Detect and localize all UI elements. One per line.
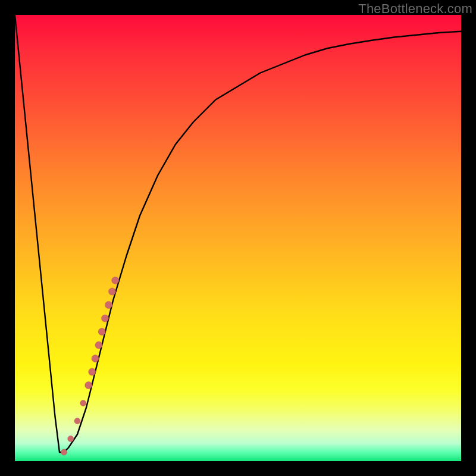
plot-area [15, 15, 461, 461]
curve-marker [112, 277, 119, 284]
watermark-text: TheBottleneck.com [358, 1, 472, 17]
curve-marker [68, 436, 74, 442]
curve-marker [92, 355, 99, 362]
curve-marker [80, 400, 86, 406]
curve-marker [89, 368, 96, 375]
curve-marker [95, 342, 102, 349]
chart-svg [15, 15, 461, 461]
bottleneck-curve [15, 15, 461, 452]
curve-marker [74, 418, 80, 424]
curve-markers [61, 277, 119, 455]
curve-marker [109, 288, 116, 295]
curve-marker [61, 449, 67, 455]
chart-frame: TheBottleneck.com [0, 0, 476, 476]
curve-marker [105, 302, 112, 309]
curve-marker [98, 328, 105, 336]
curve-marker [85, 382, 92, 389]
curve-marker [102, 315, 109, 322]
